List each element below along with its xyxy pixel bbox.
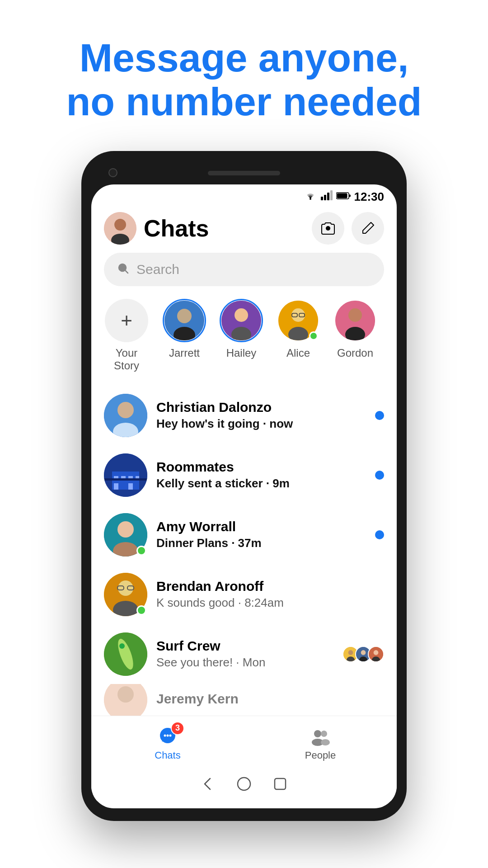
svg-point-63: [314, 730, 321, 737]
chat-name-amy: Amy Worrall: [156, 519, 366, 534]
gesture-bar: [91, 769, 397, 801]
story-img-gordon: [335, 301, 375, 340]
svg-point-55: [374, 650, 379, 655]
svg-point-47: [119, 643, 125, 649]
svg-point-23: [348, 308, 362, 322]
chat-name-brendan: Brendan Aronoff: [156, 579, 384, 594]
svg-rect-3: [327, 193, 329, 200]
story-item-hailey[interactable]: Hailey: [220, 299, 263, 372]
page-wrapper: Message anyone, no number needed: [0, 0, 488, 868]
chat-name-christian: Christian Dalonzo: [156, 400, 366, 415]
search-icon: [117, 262, 130, 277]
stories-row: + Your Story: [91, 299, 397, 386]
svg-point-38: [117, 521, 134, 538]
chat-list: Christian Dalonzo Hey how's it going · n…: [91, 386, 397, 716]
svg-point-49: [348, 650, 353, 655]
online-indicator-brendan: [136, 605, 146, 615]
phone-screen: 12:30 Chats: [91, 184, 397, 808]
svg-point-66: [321, 739, 330, 745]
people-nav-label: People: [305, 750, 336, 761]
chat-item-brendan[interactable]: Brendan Aronoff K sounds good · 8:24am: [91, 565, 397, 624]
status-time: 12:30: [354, 190, 385, 204]
chat-info-brendan: Brendan Aronoff K sounds good · 8:24am: [156, 579, 384, 610]
people-nav-icon: [310, 726, 331, 747]
nav-chats[interactable]: 3 Chats: [91, 716, 244, 769]
chat-item-christian[interactable]: Christian Dalonzo Hey how's it going · n…: [91, 386, 397, 445]
unread-indicator-roommates: [375, 471, 384, 480]
group-avatar-3: [368, 646, 384, 662]
chat-avatar-roommates: [104, 453, 147, 497]
chat-avatar-img-surf: [104, 632, 147, 676]
edit-button[interactable]: [352, 212, 384, 245]
svg-rect-1: [321, 197, 323, 200]
phone-camera: [108, 168, 117, 177]
chat-avatar-brendan: [104, 573, 147, 616]
chat-item-jeremy[interactable]: Jeremy Kern: [91, 684, 397, 716]
group-avatars-surf: [343, 646, 384, 662]
svg-rect-68: [275, 778, 286, 789]
story-name-jarrett: Jarrett: [169, 347, 200, 359]
chat-name-roommates: Roommates: [156, 459, 366, 475]
signal-icon: [321, 190, 333, 203]
chat-info-christian: Christian Dalonzo Hey how's it going · n…: [156, 400, 366, 431]
story-avatar-alice: [277, 299, 320, 342]
wifi-icon: [304, 190, 317, 203]
svg-rect-2: [324, 195, 326, 200]
chat-name-jeremy: Jeremy Kern: [156, 691, 384, 707]
back-button[interactable]: [199, 775, 217, 793]
story-item-your-story[interactable]: + Your Story: [104, 299, 149, 372]
chat-avatar-img-jeremy: [104, 684, 147, 716]
chat-preview-brendan: K sounds good · 8:24am: [156, 596, 384, 610]
chat-info-amy: Amy Worrall Dinner Plans · 37m: [156, 519, 366, 550]
plus-icon: +: [121, 309, 132, 332]
self-avatar[interactable]: [104, 212, 136, 245]
headline-section: Message anyone, no number needed: [39, 0, 449, 151]
svg-point-61: [167, 734, 169, 736]
story-avatar-jarrett: [163, 299, 206, 342]
chat-info-roommates: Roommates Kelly sent a sticker · 9m: [156, 459, 366, 491]
svg-point-0: [310, 198, 311, 200]
camera-button[interactable]: [312, 212, 344, 245]
chat-avatar-christian: [104, 394, 147, 437]
chats-badge: 3: [171, 722, 184, 735]
chats-nav-label: Chats: [155, 750, 180, 761]
chat-avatar-surf: [104, 632, 147, 676]
svg-point-26: [117, 402, 134, 418]
story-item-alice[interactable]: Alice: [277, 299, 320, 372]
home-button[interactable]: [235, 775, 253, 793]
online-indicator-amy: [136, 546, 146, 556]
status-icons: 12:30: [304, 190, 385, 204]
search-bar[interactable]: Search: [104, 253, 384, 286]
phone-notch: [91, 164, 397, 183]
chat-info-surf: Surf Crew See you there! · Mon: [156, 638, 333, 670]
unread-indicator-amy: [375, 530, 384, 539]
recents-button[interactable]: [271, 775, 289, 793]
chat-item-surf[interactable]: Surf Crew See you there! · Mon: [91, 624, 397, 684]
svg-point-62: [169, 734, 172, 736]
chat-avatar-img-roommates: [104, 453, 147, 497]
chat-preview-christian: Hey how's it going · now: [156, 417, 366, 431]
story-name-alice: Alice: [286, 347, 310, 359]
svg-point-60: [164, 734, 166, 736]
bottom-nav: 3 Chats People: [91, 716, 397, 769]
headline-line2: no number needed: [66, 79, 422, 124]
svg-rect-6: [337, 193, 347, 198]
chat-item-roommates[interactable]: Roommates Kelly sent a sticker · 9m: [91, 445, 397, 505]
svg-point-18: [291, 308, 305, 322]
story-name-hailey: Hailey: [226, 347, 257, 359]
nav-people[interactable]: People: [244, 716, 397, 769]
battery-icon: [336, 191, 351, 203]
story-item-gordon[interactable]: Gordon: [333, 299, 377, 372]
add-story-avatar: +: [105, 299, 148, 342]
story-item-jarrett[interactable]: Jarrett: [163, 299, 206, 372]
online-indicator-alice: [309, 331, 318, 340]
svg-point-52: [361, 650, 366, 655]
chat-preview-roommates: Kelly sent a sticker · 9m: [156, 476, 366, 491]
phone-speaker: [208, 171, 280, 175]
story-avatar-gordon: [333, 299, 377, 342]
chat-item-amy[interactable]: Amy Worrall Dinner Plans · 37m: [91, 505, 397, 565]
chat-avatar-img-christian: [104, 394, 147, 437]
story-ring-hailey: [220, 299, 263, 342]
unread-indicator-christian: [375, 411, 384, 420]
svg-point-65: [321, 731, 327, 737]
